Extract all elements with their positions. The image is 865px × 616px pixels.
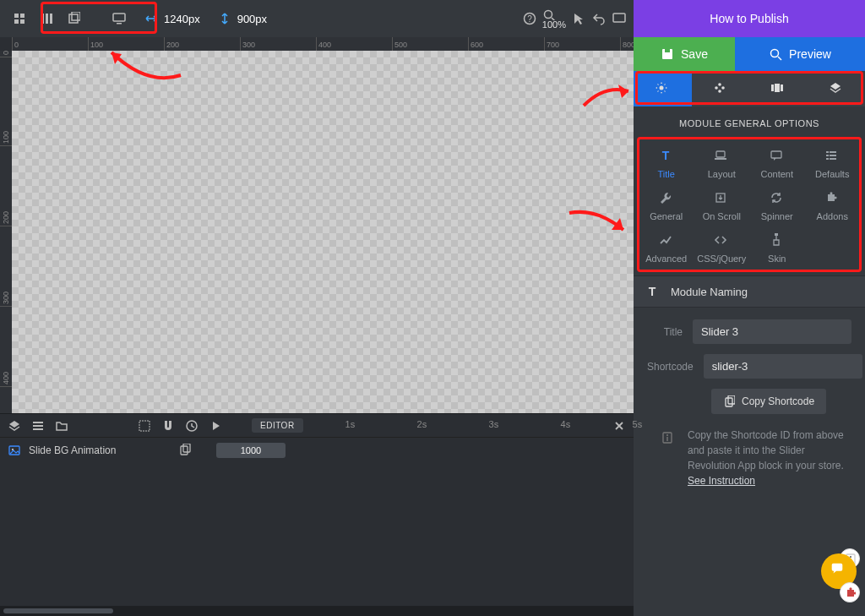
info-icon <box>661 431 676 488</box>
shortcode-label: Shortcode <box>647 361 694 373</box>
track-keyframe-bar[interactable]: 1000 <box>216 443 286 458</box>
fullscreen-icon[interactable] <box>612 11 627 26</box>
track-name-label: Slide BG Animation <box>29 444 116 456</box>
option-general[interactable]: General <box>639 184 694 225</box>
panel-tabs <box>634 71 865 106</box>
menu-icon[interactable] <box>30 418 46 433</box>
option-spinner[interactable]: Spinner <box>749 184 805 225</box>
columns-view-icon[interactable] <box>39 11 54 26</box>
timeline-ruler: 1s 2s 3s 4s 5s <box>312 414 603 437</box>
panel-tab-navigation[interactable] <box>692 71 750 106</box>
help-icon[interactable] <box>522 11 537 26</box>
stack-view-icon[interactable] <box>66 11 81 26</box>
timeline-empty-area <box>0 462 634 606</box>
title-input[interactable] <box>693 319 851 344</box>
height-arrows-icon <box>217 11 232 26</box>
play-icon[interactable] <box>208 418 223 433</box>
option-addons[interactable]: Addons <box>805 184 861 225</box>
width-arrows-icon <box>144 11 159 26</box>
undo-icon[interactable] <box>591 11 607 26</box>
annotation-arrow-toolbar <box>96 51 198 96</box>
layers-icon[interactable] <box>7 418 22 433</box>
annotation-arrow-options <box>563 203 634 253</box>
timeline-close-icon[interactable] <box>612 418 627 433</box>
folder-icon[interactable] <box>54 418 69 433</box>
clock-icon[interactable] <box>184 418 199 433</box>
magnet-icon[interactable] <box>160 418 176 433</box>
help-widget-brain-icon[interactable] <box>840 582 860 602</box>
editor-mode-pill[interactable]: EDITOR <box>252 418 303 433</box>
hint-text: Copy the Shortcode ID from above and pas… <box>688 428 848 488</box>
section-title: MODULE GENERAL OPTIONS <box>634 106 865 137</box>
panel-tab-layers[interactable] <box>808 71 866 106</box>
track-image-icon <box>7 443 22 458</box>
zoom-control[interactable]: 100% <box>542 8 566 30</box>
option-onscroll[interactable]: On Scroll <box>694 184 750 225</box>
option-layout[interactable]: Layout <box>694 142 750 183</box>
select-cursor-icon[interactable] <box>571 11 586 26</box>
timeline-toolbar: EDITOR 1s 2s 3s 4s 5s <box>0 413 634 437</box>
how-to-publish-banner[interactable]: How to Publish <box>634 0 865 37</box>
timeline-track-row[interactable]: Slide BG Animation 1000 <box>0 437 634 462</box>
grid-view-icon[interactable] <box>12 11 27 26</box>
snap-icon[interactable] <box>137 418 152 433</box>
module-options-grid: TitleLayoutContentDefaultsGeneralOn Scro… <box>634 137 865 275</box>
option-cssjq[interactable]: CSS/jQuery <box>694 226 750 267</box>
copy-shortcode-button[interactable]: Copy Shortcode <box>711 389 826 414</box>
subsection-module-naming[interactable]: Module Naming <box>634 275 865 308</box>
horizontal-scrollbar[interactable] <box>0 606 634 616</box>
title-label: Title <box>647 326 683 338</box>
canvas-height-value[interactable]: 900px <box>237 13 267 25</box>
ruler-vertical: 0 100 200 300 400 <box>0 51 12 413</box>
save-button[interactable]: Save <box>634 37 735 71</box>
annotation-arrow-paneltabs <box>579 76 634 118</box>
track-copy-icon[interactable] <box>177 443 193 458</box>
option-title[interactable]: Title <box>639 142 694 183</box>
right-panel: How to Publish Save Preview MODULE GENER… <box>634 0 865 616</box>
panel-tab-slides[interactable] <box>749 71 808 106</box>
see-instruction-link[interactable]: See Instruction <box>688 475 755 487</box>
option-content[interactable]: Content <box>749 142 805 183</box>
top-toolbar: 1240px 900px 100% <box>0 0 634 37</box>
option-skin[interactable]: Skin <box>749 226 805 267</box>
canvas-stage[interactable] <box>12 51 634 413</box>
option-defaults[interactable]: Defaults <box>805 142 861 183</box>
ruler-horizontal: 0 100 200 300 400 500 600 700 800 <box>12 37 634 51</box>
shortcode-input[interactable] <box>704 354 862 379</box>
preview-button[interactable]: Preview <box>735 37 865 71</box>
option-advanced[interactable]: Advanced <box>639 226 694 267</box>
panel-tab-settings[interactable] <box>634 71 692 106</box>
device-monitor-icon[interactable] <box>112 11 127 26</box>
canvas-width-value[interactable]: 1240px <box>164 13 200 25</box>
